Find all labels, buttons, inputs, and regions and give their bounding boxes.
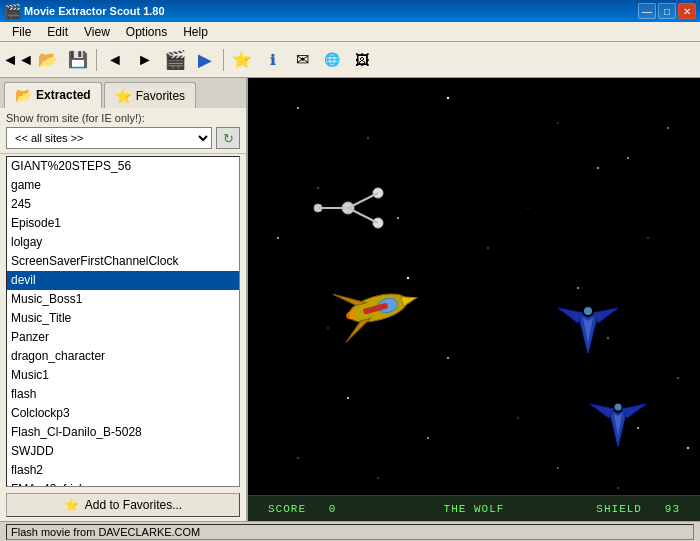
svg-point-17	[607, 337, 609, 339]
menu-options[interactable]: Options	[118, 23, 175, 41]
list-item[interactable]: GIANT%20STEPS_56	[7, 157, 239, 176]
minimize-button[interactable]: —	[638, 3, 656, 19]
svg-point-26	[377, 477, 378, 478]
tab-favorites-label: Favorites	[136, 89, 185, 103]
svg-point-1	[367, 137, 369, 139]
window-title: Movie Extractor Scout 1.80	[24, 5, 634, 17]
right-panel: SCORE 0 THE WOLF SHIELD 93	[248, 78, 700, 521]
list-item[interactable]: devil	[7, 271, 239, 290]
menu-help[interactable]: Help	[175, 23, 216, 41]
svg-point-11	[647, 237, 648, 238]
svg-point-14	[577, 287, 579, 289]
svg-line-34	[348, 208, 378, 223]
list-item[interactable]: Music1	[7, 366, 239, 385]
site-filter-area: Show from site (for IE only!): << all si…	[0, 108, 246, 154]
menu-edit[interactable]: Edit	[39, 23, 76, 41]
title-bar: 🎬 Movie Extractor Scout 1.80 — □ ✕	[0, 0, 700, 22]
folder-button[interactable]: 📂	[34, 46, 62, 74]
list-item[interactable]: FMA_42_frisbee	[7, 480, 239, 487]
separator-1	[96, 49, 97, 71]
main-container: 📂 Extracted ⭐ Favorites Show from site (…	[0, 78, 700, 521]
svg-point-28	[617, 487, 619, 489]
status-bar: Flash movie from DAVECLARKE.COM	[0, 521, 700, 541]
svg-point-20	[517, 417, 518, 418]
svg-point-52	[615, 404, 622, 411]
list-item[interactable]: Colclockp3	[7, 404, 239, 423]
svg-point-9	[667, 127, 669, 129]
svg-point-10	[277, 237, 279, 239]
svg-point-5	[317, 187, 319, 189]
email-button[interactable]: ✉	[288, 46, 316, 74]
star-tab-icon: ⭐	[115, 88, 132, 104]
svg-marker-50	[590, 404, 614, 418]
extract-button[interactable]: 🎬	[161, 46, 189, 74]
svg-point-21	[637, 427, 639, 429]
tab-favorites[interactable]: ⭐ Favorites	[104, 82, 196, 108]
app-icon: 🎬	[4, 3, 20, 19]
svg-marker-49	[622, 404, 646, 418]
list-item[interactable]: flash2	[7, 461, 239, 480]
hud-bar: SCORE 0 THE WOLF SHIELD 93	[248, 495, 700, 521]
hud-score: SCORE 0	[268, 503, 405, 515]
list-item[interactable]: SWJDD	[7, 442, 239, 461]
shield-label: SHIELD	[596, 503, 642, 515]
svg-point-23	[427, 437, 429, 439]
list-item[interactable]: dragon_character	[7, 347, 239, 366]
list-item[interactable]: Music_Title	[7, 309, 239, 328]
maximize-button[interactable]: □	[658, 3, 676, 19]
play-button[interactable]: ▶	[191, 46, 219, 74]
site-filter-row: << all sites >> ↻	[6, 127, 240, 149]
tab-extracted-label: Extracted	[36, 88, 91, 102]
prev-button[interactable]: ◄	[101, 46, 129, 74]
list-item[interactable]: flash	[7, 385, 239, 404]
folder-open-icon: 📂	[15, 87, 32, 103]
list-item[interactable]: Panzer	[7, 328, 239, 347]
svg-point-6	[397, 217, 399, 219]
score-label: SCORE	[268, 503, 306, 515]
save-button[interactable]: 💾	[64, 46, 92, 74]
list-item[interactable]: lolgay	[7, 233, 239, 252]
shield-value: 93	[665, 503, 680, 515]
movie-list[interactable]: GIANT%20STEPS_56game245Episode1lolgayScr…	[6, 156, 240, 487]
add-favorites-label: Add to Favorites...	[85, 498, 182, 512]
svg-marker-45	[558, 308, 583, 323]
list-item[interactable]: 245	[7, 195, 239, 214]
svg-point-3	[557, 122, 558, 123]
star-button[interactable]: ⭐	[228, 46, 256, 74]
hud-shield: SHIELD 93	[543, 503, 680, 515]
close-button[interactable]: ✕	[678, 3, 696, 19]
back-button[interactable]: ◄◄	[4, 46, 32, 74]
svg-point-15	[327, 327, 328, 328]
image-button[interactable]: 🖼	[348, 46, 376, 74]
list-item[interactable]: Episode1	[7, 214, 239, 233]
list-item[interactable]: Flash_Cl-Danilo_B-5028	[7, 423, 239, 442]
separator-2	[223, 49, 224, 71]
site-select[interactable]: << all sites >>	[6, 127, 212, 149]
list-item[interactable]: game	[7, 176, 239, 195]
site-filter-label: Show from site (for IE only!):	[6, 112, 240, 124]
info-button[interactable]: ℹ	[258, 46, 286, 74]
list-item[interactable]: Music_Boss1	[7, 290, 239, 309]
preview-area: SCORE 0 THE WOLF SHIELD 93	[248, 78, 700, 521]
menu-view[interactable]: View	[76, 23, 118, 41]
hud-title: THE WOLF	[405, 503, 542, 515]
score-value: 0	[329, 503, 337, 515]
next-button[interactable]: ►	[131, 46, 159, 74]
svg-line-33	[348, 193, 378, 208]
svg-point-25	[687, 447, 689, 449]
web-button[interactable]: 🌐	[318, 46, 346, 74]
svg-point-8	[597, 167, 599, 169]
menu-file[interactable]: File	[4, 23, 39, 41]
favorites-btn-icon: ⭐	[64, 498, 79, 512]
menu-bar: File Edit View Options Help	[0, 22, 700, 42]
svg-point-13	[487, 247, 489, 249]
svg-point-18	[677, 377, 679, 379]
status-text: Flash movie from DAVECLARKE.COM	[6, 524, 694, 540]
svg-point-19	[347, 397, 349, 399]
refresh-button[interactable]: ↻	[216, 127, 240, 149]
svg-marker-41	[401, 293, 418, 307]
add-to-favorites-button[interactable]: ⭐ Add to Favorites...	[6, 493, 240, 517]
list-item[interactable]: ScreenSaverFirstChannelClock	[7, 252, 239, 271]
left-panel: 📂 Extracted ⭐ Favorites Show from site (…	[0, 78, 248, 521]
tab-extracted[interactable]: 📂 Extracted	[4, 82, 102, 108]
